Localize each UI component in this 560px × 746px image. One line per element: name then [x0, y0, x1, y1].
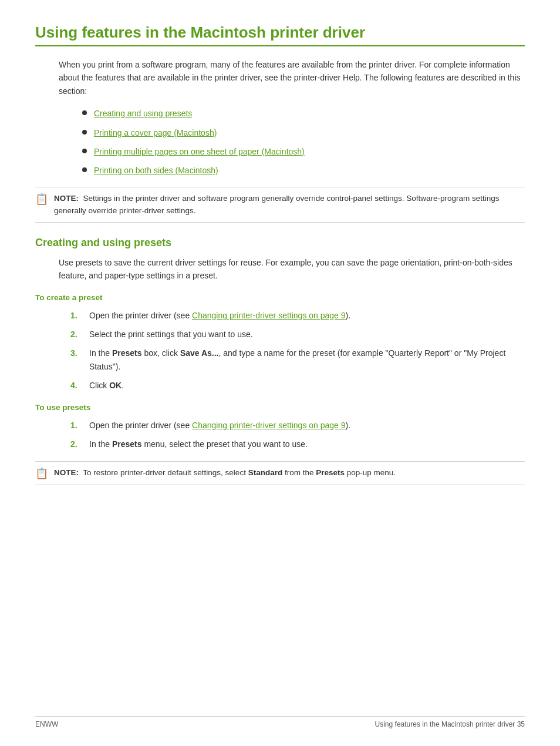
list-item: Creating and using presets: [82, 107, 525, 120]
list-item: Printing a cover page (Macintosh): [82, 126, 525, 139]
step-3-create: 3. In the Presets box, click Save As...,…: [70, 347, 525, 373]
step-text: In the Presets box, click Save As..., an…: [89, 347, 525, 373]
use-presets-heading: To use presets: [35, 403, 525, 412]
step-1-use: 1. Open the printer driver (see Changing…: [70, 419, 525, 432]
intro-text: When you print from a software program, …: [59, 58, 525, 98]
presets-bold-3: Presets: [316, 468, 345, 477]
step-num: 3.: [70, 347, 89, 359]
note-content-1: Settings in the printer driver and softw…: [54, 194, 500, 216]
page-title: Using features in the Macintosh printer …: [35, 23, 525, 46]
presets-bold-2: Presets: [112, 439, 142, 449]
step-1-create: 1. Open the printer driver (see Changing…: [70, 309, 525, 322]
ok-bold: OK: [109, 381, 122, 390]
footer: ENWW Using features in the Macintosh pri…: [35, 716, 525, 728]
step-num: 2.: [70, 328, 89, 341]
bullet-dot: [82, 167, 87, 172]
link-printer-driver-settings-1[interactable]: Changing printer-driver settings on page…: [192, 311, 346, 320]
create-preset-steps: 1. Open the printer driver (see Changing…: [70, 309, 525, 392]
note-text-1: NOTE: Settings in the printer driver and…: [54, 192, 525, 217]
list-item: Printing multiple pages on one sheet of …: [82, 145, 525, 158]
note-label-1: NOTE:: [54, 194, 79, 203]
create-preset-heading: To create a preset: [35, 293, 525, 302]
step-text: Open the printer driver (see Changing pr…: [89, 309, 525, 322]
step-2-create: 2. Select the print settings that you wa…: [70, 328, 525, 341]
step-num: 1.: [70, 309, 89, 322]
step-text: In the Presets menu, select the preset t…: [89, 438, 525, 451]
note-box-1: 📋 NOTE: Settings in the printer driver a…: [35, 187, 525, 223]
link-printing-cover-page[interactable]: Printing a cover page (Macintosh): [94, 126, 217, 139]
step-4-create: 4. Click OK.: [70, 379, 525, 392]
section-title: Creating and using presets: [35, 237, 525, 249]
note-icon-2: 📋: [35, 467, 48, 480]
link-printing-both-sides[interactable]: Printing on both sides (Macintosh): [94, 164, 218, 177]
note-text-2: NOTE: To restore printer-driver default …: [54, 466, 396, 479]
presets-bold: Presets: [112, 348, 142, 358]
link-creating-presets[interactable]: Creating and using presets: [94, 107, 192, 120]
bullet-list: Creating and using presets Printing a co…: [82, 107, 525, 177]
step-text: Open the printer driver (see Changing pr…: [89, 419, 525, 432]
section-intro: Use presets to save the current driver s…: [59, 256, 525, 283]
list-item: Printing on both sides (Macintosh): [82, 164, 525, 177]
standard-bold: Standard: [248, 468, 283, 477]
note-icon-1: 📋: [35, 193, 48, 206]
link-printing-multiple-pages[interactable]: Printing multiple pages on one sheet of …: [94, 145, 305, 158]
save-as-bold: Save As...: [180, 348, 219, 358]
footer-left: ENWW: [35, 720, 58, 728]
link-printer-driver-settings-2[interactable]: Changing printer-driver settings on page…: [192, 421, 346, 430]
bullet-dot: [82, 110, 87, 115]
step-text: Select the print settings that you want …: [89, 328, 525, 341]
note-label-2: NOTE:: [54, 468, 79, 477]
step-num: 1.: [70, 419, 89, 432]
bullet-dot: [82, 149, 87, 153]
bullet-dot: [82, 130, 87, 135]
footer-right: Using features in the Macintosh printer …: [375, 720, 525, 728]
step-2-use: 2. In the Presets menu, select the prese…: [70, 438, 525, 451]
use-preset-steps: 1. Open the printer driver (see Changing…: [70, 419, 525, 451]
note-box-2: 📋 NOTE: To restore printer-driver defaul…: [35, 461, 525, 485]
step-num: 2.: [70, 438, 89, 451]
step-text: Click OK.: [89, 379, 525, 392]
step-num: 4.: [70, 379, 89, 392]
